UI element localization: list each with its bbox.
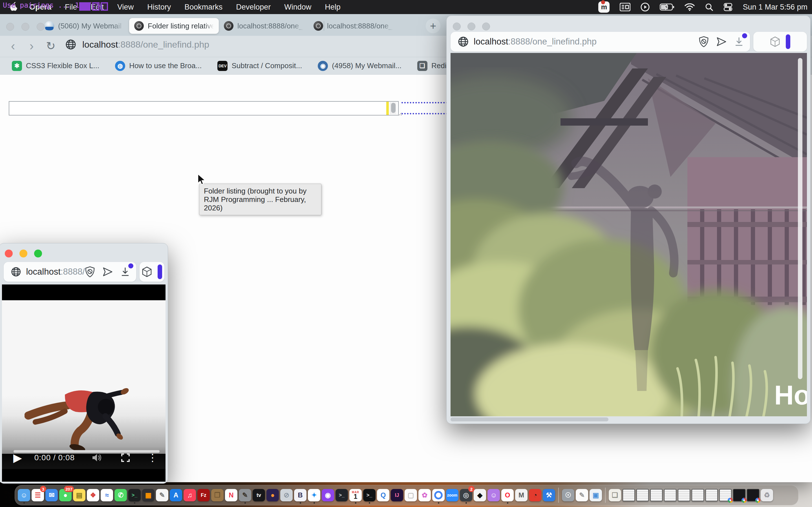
battery-icon[interactable] [660, 3, 674, 11]
dock-item[interactable]: ☰ 3 [32, 487, 44, 503]
shield-block-icon[interactable] [85, 266, 95, 277]
dock-item[interactable]: ✿ [418, 487, 431, 503]
dock-item[interactable]: tv [253, 487, 265, 503]
bookmark-item[interactable]: ◍ How to use the Broa... [115, 61, 202, 71]
menu-item-help[interactable]: Help [318, 3, 347, 11]
dock-item[interactable] [747, 487, 759, 503]
dock-item[interactable]: ✎ [576, 487, 588, 503]
dock-item[interactable]: >_ [363, 487, 375, 503]
bookmark-item[interactable]: DEV Subtract / Composit... [217, 61, 302, 71]
dock-item[interactable]: Q [377, 487, 389, 503]
horizontal-scroll-thumb[interactable] [451, 417, 608, 421]
close-button[interactable] [453, 22, 461, 31]
extension-pill[interactable] [786, 34, 790, 49]
close-button[interactable] [5, 249, 13, 258]
dock-item[interactable]: ✉ [45, 487, 58, 503]
popup-address-bar[interactable]: localhost:8888/ [4, 262, 136, 282]
zoom-button[interactable] [34, 249, 42, 258]
dock-item[interactable] [719, 487, 732, 503]
dock-item[interactable] [637, 487, 649, 503]
menu-item-bookmarks[interactable]: Bookmarks [177, 3, 229, 11]
dock-item[interactable]: ♫ [184, 487, 196, 503]
dock-item[interactable] [664, 487, 676, 503]
dock-item[interactable]: ▣ [590, 487, 602, 503]
dock-item[interactable]: B [294, 487, 306, 503]
dock-item[interactable]: ☺ [18, 487, 30, 503]
video-frame[interactable]: ▶ 0:00 / 0:08 ⋮ [2, 300, 165, 454]
dock-item[interactable]: ✦ [308, 487, 320, 503]
dock-item[interactable]: N [225, 487, 238, 503]
menu-item-history[interactable]: History [140, 3, 177, 11]
dock-item[interactable]: ❖ [87, 487, 99, 503]
dock-item[interactable]: ▢ [405, 487, 417, 503]
control-center-icon[interactable] [723, 3, 732, 11]
minimize-button[interactable] [467, 22, 475, 31]
extension-pill[interactable] [158, 265, 162, 279]
dock-item[interactable]: M [515, 487, 527, 503]
extension-cube-icon[interactable] [142, 267, 152, 277]
shield-block-icon[interactable] [699, 36, 709, 47]
spotlight-search-icon[interactable] [705, 3, 713, 11]
address-bar[interactable]: localhost:8888/one_linefind.php [65, 39, 209, 50]
dock-item[interactable]: Fz [197, 487, 210, 503]
dock-item[interactable]: zoom [446, 487, 458, 503]
dock-item[interactable] [557, 487, 560, 503]
dock-item[interactable]: ◎ 2 [460, 487, 472, 503]
dock-item[interactable]: >_ [336, 487, 348, 503]
menubar-app-icon[interactable]: m [598, 1, 610, 13]
dock-item[interactable]: ▦ [142, 487, 154, 503]
popup-address-bar[interactable]: localhost:8888/one_linefind.php [451, 32, 750, 52]
horizontal-scrollbar[interactable] [451, 417, 807, 422]
back-button[interactable]: ‹ [5, 38, 21, 54]
dock-item[interactable] [650, 487, 663, 503]
menu-bar-clock[interactable]: Sun 1 Mar 5:56 pm [743, 3, 808, 11]
browser-tab[interactable]: localhost:8888/one_line [219, 18, 308, 34]
dock-item[interactable]: >_ [128, 487, 141, 503]
bookmark-item[interactable]: ✱ CSS3 Flexible Box L... [12, 61, 99, 71]
dock-item[interactable]: ▤ [73, 487, 86, 503]
dock-item[interactable]: ✎ [239, 487, 251, 503]
dock-item[interactable]: ◆ [474, 487, 486, 503]
dock-item[interactable]: ☉ [562, 487, 574, 503]
dock-item[interactable] [622, 487, 635, 503]
dock-item[interactable]: ❏ [609, 487, 621, 503]
browser-tab[interactable]: (5060) My Webmail :: In [40, 18, 129, 34]
folder-listing-box[interactable]: -rw-r--r--@ 1 129K Aug 23 2023 /-BC Cons… [9, 101, 399, 115]
vertical-scrollbar[interactable] [798, 58, 802, 379]
overflow-menu-icon[interactable]: ⋮ [147, 452, 158, 464]
downloads-button[interactable] [734, 37, 744, 47]
dock-item[interactable] [705, 487, 718, 503]
dock-item[interactable] [603, 487, 607, 503]
dock-item[interactable]: IJ [391, 487, 403, 503]
video-progress-bar[interactable] [13, 450, 160, 453]
mute-icon[interactable] [92, 453, 102, 462]
send-icon[interactable] [716, 37, 727, 47]
menu-item-window[interactable]: Window [277, 3, 318, 11]
dock-item[interactable]: ❒ [211, 487, 223, 503]
wifi-icon[interactable] [684, 3, 695, 11]
downloads-button[interactable] [120, 267, 130, 277]
browser-tab[interactable]: localhost:8888/one_line [308, 18, 398, 34]
dock-item[interactable]: ♻ [761, 487, 773, 503]
new-tab-button[interactable]: + [426, 18, 441, 33]
listing-scrollbar[interactable] [390, 102, 396, 114]
forward-button[interactable]: › [24, 38, 40, 54]
zoom-button[interactable] [482, 22, 490, 31]
dock-item[interactable] [678, 487, 690, 503]
menu-item-developer[interactable]: Developer [229, 3, 277, 11]
window-manager-icon[interactable] [620, 3, 630, 11]
dock-item[interactable] [432, 487, 445, 503]
dock-item[interactable]: ◉ [322, 487, 334, 503]
fullscreen-icon[interactable] [121, 453, 130, 462]
dock-item[interactable]: ● 207 [59, 487, 71, 503]
minimize-button[interactable] [19, 249, 28, 258]
dock-item[interactable]: A [170, 487, 182, 503]
close-button[interactable] [6, 23, 14, 31]
dock-item[interactable]: O [501, 487, 514, 503]
play-status-icon[interactable] [641, 3, 650, 11]
extension-cube-icon[interactable] [770, 36, 780, 47]
dock-item[interactable]: ⚒ [543, 487, 555, 503]
browser-tab[interactable]: Folder listing relative to [129, 18, 219, 34]
dock-item[interactable]: ✎ [156, 487, 168, 503]
bookmark-item[interactable]: ◉ (4958) My Webmail... [318, 61, 402, 71]
